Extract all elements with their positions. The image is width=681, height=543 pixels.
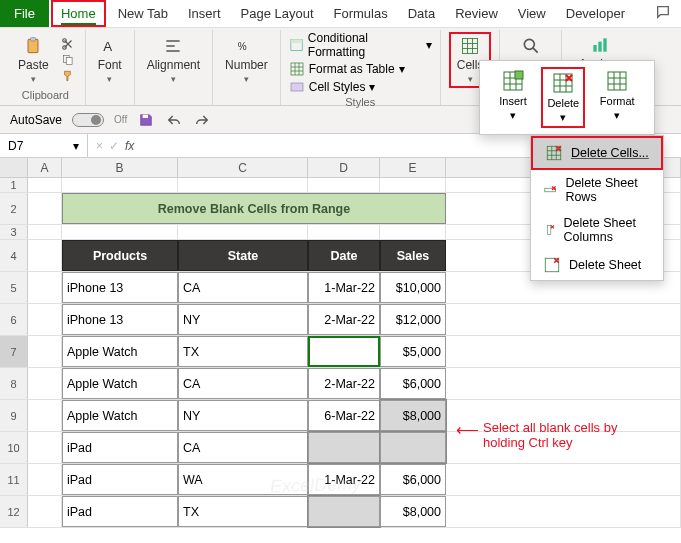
row-header-11[interactable]: 11 <box>0 464 28 495</box>
tab-bar: File Home New Tab Insert Page Layout For… <box>0 0 681 28</box>
svg-rect-5 <box>66 57 72 64</box>
tab-developer[interactable]: Developer <box>556 0 635 27</box>
table-cell[interactable]: Apple Watch <box>62 400 178 431</box>
row-header-6[interactable]: 6 <box>0 304 28 335</box>
save-icon[interactable] <box>137 111 155 129</box>
selected-blank-cell[interactable]: $8,000 <box>380 400 446 431</box>
delete-sheet-columns-menu-item[interactable]: Delete Sheet Columns <box>531 210 663 250</box>
delete-rows-icon <box>543 181 557 199</box>
table-cell[interactable]: Apple Watch <box>62 368 178 399</box>
selected-blank-cell[interactable] <box>380 432 446 463</box>
table-cell[interactable]: $10,000 <box>380 272 446 303</box>
undo-icon[interactable] <box>165 111 183 129</box>
table-cell[interactable]: 2-Mar-22 <box>308 368 380 399</box>
tab-view[interactable]: View <box>508 0 556 27</box>
tab-review[interactable]: Review <box>445 0 508 27</box>
tab-file[interactable]: File <box>0 0 49 27</box>
format-cells-button[interactable]: Format ▾ <box>596 67 639 128</box>
col-header-e[interactable]: E <box>380 158 446 177</box>
tab-formulas[interactable]: Formulas <box>324 0 398 27</box>
delete-cells-menu-item[interactable]: Delete Cells... <box>531 136 663 170</box>
table-header-products[interactable]: Products <box>62 240 178 271</box>
col-header-c[interactable]: C <box>178 158 308 177</box>
table-cell[interactable]: $12,000 <box>380 304 446 335</box>
svg-rect-23 <box>548 225 551 234</box>
fx-icon[interactable]: fx <box>125 139 134 153</box>
tab-pagelayout[interactable]: Page Layout <box>231 0 324 27</box>
table-cell[interactable]: $6,000 <box>380 368 446 399</box>
table-cell[interactable]: TX <box>178 336 308 367</box>
row-header-2[interactable]: 2 <box>0 193 28 224</box>
row-header-3[interactable]: 3 <box>0 225 28 239</box>
paste-button[interactable]: Paste ▾ <box>14 34 53 86</box>
number-button[interactable]: % Number ▾ <box>221 34 272 86</box>
tab-newtab[interactable]: New Tab <box>108 0 178 27</box>
delete-sheet-rows-menu-item[interactable]: Delete Sheet Rows <box>531 170 663 210</box>
row-header-8[interactable]: 8 <box>0 368 28 399</box>
col-header-b[interactable]: B <box>62 158 178 177</box>
table-cell[interactable]: iPad <box>62 464 178 495</box>
select-all-corner[interactable] <box>0 158 28 177</box>
table-cell[interactable]: NY <box>178 400 308 431</box>
name-box[interactable]: D7 ▾ <box>0 134 88 157</box>
delete-cells-menu-label: Delete Cells... <box>571 146 649 160</box>
copy-icon[interactable] <box>59 53 77 67</box>
delete-cells-button[interactable]: Delete ▾ <box>541 67 585 128</box>
table-cell[interactable]: iPad <box>62 432 178 463</box>
table-cell[interactable]: CA <box>178 272 308 303</box>
tab-home[interactable]: Home <box>51 0 106 27</box>
conditional-formatting-button[interactable]: Conditional Formatting ▾ <box>289 30 432 60</box>
table-cell[interactable]: Apple Watch <box>62 336 178 367</box>
font-group-label <box>94 89 126 103</box>
table-cell[interactable]: $8,000 <box>380 496 446 527</box>
table-cell[interactable]: NY <box>178 304 308 335</box>
table-cell[interactable]: 1-Mar-22 <box>308 272 380 303</box>
enter-formula-icon[interactable]: ✓ <box>109 139 119 153</box>
table-cell[interactable]: 2-Mar-22 <box>308 304 380 335</box>
title-banner[interactable]: Remove Blank Cells from Range <box>62 193 446 224</box>
row-header-12[interactable]: 12 <box>0 496 28 527</box>
row-header-1[interactable]: 1 <box>0 178 28 192</box>
autosave-toggle[interactable] <box>72 113 104 127</box>
table-cell[interactable]: iPhone 13 <box>62 304 178 335</box>
table-cell[interactable]: CA <box>178 368 308 399</box>
tab-data[interactable]: Data <box>398 0 445 27</box>
row-header-9[interactable]: 9 <box>0 400 28 431</box>
selected-blank-cell[interactable] <box>308 432 380 463</box>
svg-rect-9 <box>291 39 302 43</box>
table-cell[interactable]: $5,000 <box>380 336 446 367</box>
ribbon-group-clipboard: Paste ▾ Clipboard <box>6 30 86 105</box>
table-cell[interactable]: iPad <box>62 496 178 527</box>
insert-cells-button[interactable]: Insert ▾ <box>495 67 531 128</box>
row-header-5[interactable]: 5 <box>0 272 28 303</box>
format-as-table-button[interactable]: Format as Table ▾ <box>289 60 405 78</box>
comments-icon[interactable] <box>645 0 681 29</box>
col-header-a[interactable]: A <box>28 158 62 177</box>
delete-sheet-menu-item[interactable]: Delete Sheet <box>531 250 663 280</box>
cancel-formula-icon[interactable]: × <box>96 139 103 153</box>
tab-insert[interactable]: Insert <box>178 0 231 27</box>
table-cell[interactable]: TX <box>178 496 308 527</box>
col-header-d[interactable]: D <box>308 158 380 177</box>
row-header-4[interactable]: 4 <box>0 240 28 271</box>
table-header-sales[interactable]: Sales <box>380 240 446 271</box>
row-header-7[interactable]: 7 <box>0 336 28 367</box>
active-cell-d7[interactable] <box>308 336 380 367</box>
svg-rect-15 <box>598 41 601 51</box>
arrow-left-icon: ⟵ <box>456 420 479 439</box>
delete-cols-menu-label: Delete Sheet Columns <box>564 216 651 244</box>
table-header-date[interactable]: Date <box>308 240 380 271</box>
selected-blank-cell[interactable] <box>308 496 380 527</box>
font-button[interactable]: A Font ▾ <box>94 34 126 86</box>
alignment-button[interactable]: Alignment ▾ <box>143 34 204 86</box>
row-header-10[interactable]: 10 <box>0 432 28 463</box>
table-header-state[interactable]: State <box>178 240 308 271</box>
format-painter-icon[interactable] <box>59 69 77 83</box>
table-cell[interactable]: 6-Mar-22 <box>308 400 380 431</box>
table-cell[interactable]: $6,000 <box>380 464 446 495</box>
table-cell[interactable]: CA <box>178 432 308 463</box>
cut-icon[interactable] <box>59 37 77 51</box>
redo-icon[interactable] <box>193 111 211 129</box>
table-cell[interactable]: iPhone 13 <box>62 272 178 303</box>
cell-styles-button[interactable]: Cell Styles ▾ <box>289 78 376 96</box>
